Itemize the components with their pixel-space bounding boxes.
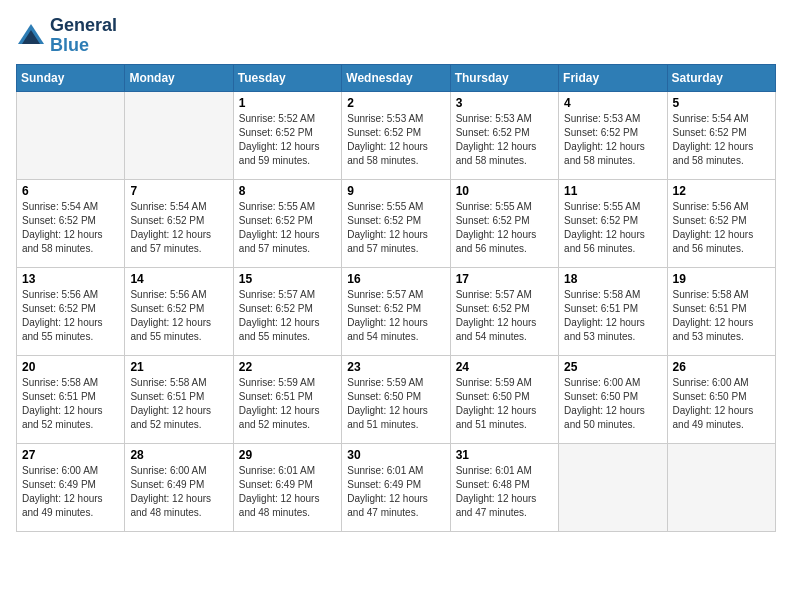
day-info: Sunrise: 5:55 AM Sunset: 6:52 PM Dayligh… <box>564 200 661 256</box>
week-row-4: 20Sunrise: 5:58 AM Sunset: 6:51 PM Dayli… <box>17 355 776 443</box>
day-number: 14 <box>130 272 227 286</box>
calendar-cell: 1Sunrise: 5:52 AM Sunset: 6:52 PM Daylig… <box>233 91 341 179</box>
calendar-cell: 24Sunrise: 5:59 AM Sunset: 6:50 PM Dayli… <box>450 355 558 443</box>
day-header-wednesday: Wednesday <box>342 64 450 91</box>
calendar: SundayMondayTuesdayWednesdayThursdayFrid… <box>16 64 776 532</box>
day-header-saturday: Saturday <box>667 64 775 91</box>
calendar-cell: 4Sunrise: 5:53 AM Sunset: 6:52 PM Daylig… <box>559 91 667 179</box>
day-number: 28 <box>130 448 227 462</box>
day-info: Sunrise: 5:56 AM Sunset: 6:52 PM Dayligh… <box>130 288 227 344</box>
day-header-thursday: Thursday <box>450 64 558 91</box>
calendar-cell <box>17 91 125 179</box>
day-info: Sunrise: 5:53 AM Sunset: 6:52 PM Dayligh… <box>564 112 661 168</box>
logo: General Blue <box>16 16 117 56</box>
day-number: 4 <box>564 96 661 110</box>
calendar-cell: 19Sunrise: 5:58 AM Sunset: 6:51 PM Dayli… <box>667 267 775 355</box>
day-info: Sunrise: 5:55 AM Sunset: 6:52 PM Dayligh… <box>239 200 336 256</box>
day-number: 10 <box>456 184 553 198</box>
week-row-5: 27Sunrise: 6:00 AM Sunset: 6:49 PM Dayli… <box>17 443 776 531</box>
day-number: 8 <box>239 184 336 198</box>
calendar-cell: 2Sunrise: 5:53 AM Sunset: 6:52 PM Daylig… <box>342 91 450 179</box>
calendar-cell: 25Sunrise: 6:00 AM Sunset: 6:50 PM Dayli… <box>559 355 667 443</box>
day-info: Sunrise: 6:01 AM Sunset: 6:48 PM Dayligh… <box>456 464 553 520</box>
day-number: 20 <box>22 360 119 374</box>
calendar-cell: 3Sunrise: 5:53 AM Sunset: 6:52 PM Daylig… <box>450 91 558 179</box>
day-info: Sunrise: 5:58 AM Sunset: 6:51 PM Dayligh… <box>130 376 227 432</box>
day-info: Sunrise: 5:57 AM Sunset: 6:52 PM Dayligh… <box>239 288 336 344</box>
day-info: Sunrise: 5:57 AM Sunset: 6:52 PM Dayligh… <box>347 288 444 344</box>
day-number: 18 <box>564 272 661 286</box>
day-info: Sunrise: 5:58 AM Sunset: 6:51 PM Dayligh… <box>22 376 119 432</box>
calendar-cell: 23Sunrise: 5:59 AM Sunset: 6:50 PM Dayli… <box>342 355 450 443</box>
calendar-cell <box>667 443 775 531</box>
calendar-cell: 20Sunrise: 5:58 AM Sunset: 6:51 PM Dayli… <box>17 355 125 443</box>
day-number: 21 <box>130 360 227 374</box>
day-info: Sunrise: 5:59 AM Sunset: 6:50 PM Dayligh… <box>456 376 553 432</box>
day-number: 16 <box>347 272 444 286</box>
day-number: 22 <box>239 360 336 374</box>
day-header-sunday: Sunday <box>17 64 125 91</box>
calendar-cell: 8Sunrise: 5:55 AM Sunset: 6:52 PM Daylig… <box>233 179 341 267</box>
day-number: 3 <box>456 96 553 110</box>
day-number: 25 <box>564 360 661 374</box>
calendar-cell: 15Sunrise: 5:57 AM Sunset: 6:52 PM Dayli… <box>233 267 341 355</box>
day-number: 15 <box>239 272 336 286</box>
week-row-1: 1Sunrise: 5:52 AM Sunset: 6:52 PM Daylig… <box>17 91 776 179</box>
calendar-cell: 18Sunrise: 5:58 AM Sunset: 6:51 PM Dayli… <box>559 267 667 355</box>
day-number: 23 <box>347 360 444 374</box>
day-number: 11 <box>564 184 661 198</box>
day-info: Sunrise: 5:54 AM Sunset: 6:52 PM Dayligh… <box>22 200 119 256</box>
day-info: Sunrise: 5:53 AM Sunset: 6:52 PM Dayligh… <box>347 112 444 168</box>
calendar-cell: 9Sunrise: 5:55 AM Sunset: 6:52 PM Daylig… <box>342 179 450 267</box>
day-info: Sunrise: 5:58 AM Sunset: 6:51 PM Dayligh… <box>564 288 661 344</box>
logo-text: General Blue <box>50 16 117 56</box>
day-number: 17 <box>456 272 553 286</box>
calendar-cell: 7Sunrise: 5:54 AM Sunset: 6:52 PM Daylig… <box>125 179 233 267</box>
day-info: Sunrise: 5:57 AM Sunset: 6:52 PM Dayligh… <box>456 288 553 344</box>
day-info: Sunrise: 5:54 AM Sunset: 6:52 PM Dayligh… <box>130 200 227 256</box>
day-info: Sunrise: 5:56 AM Sunset: 6:52 PM Dayligh… <box>22 288 119 344</box>
day-number: 1 <box>239 96 336 110</box>
day-number: 13 <box>22 272 119 286</box>
day-info: Sunrise: 5:59 AM Sunset: 6:50 PM Dayligh… <box>347 376 444 432</box>
calendar-cell: 26Sunrise: 6:00 AM Sunset: 6:50 PM Dayli… <box>667 355 775 443</box>
logo-icon <box>16 22 46 50</box>
calendar-cell: 6Sunrise: 5:54 AM Sunset: 6:52 PM Daylig… <box>17 179 125 267</box>
calendar-cell: 30Sunrise: 6:01 AM Sunset: 6:49 PM Dayli… <box>342 443 450 531</box>
calendar-cell: 29Sunrise: 6:01 AM Sunset: 6:49 PM Dayli… <box>233 443 341 531</box>
day-info: Sunrise: 5:55 AM Sunset: 6:52 PM Dayligh… <box>456 200 553 256</box>
calendar-cell: 17Sunrise: 5:57 AM Sunset: 6:52 PM Dayli… <box>450 267 558 355</box>
calendar-header-row: SundayMondayTuesdayWednesdayThursdayFrid… <box>17 64 776 91</box>
day-info: Sunrise: 6:01 AM Sunset: 6:49 PM Dayligh… <box>347 464 444 520</box>
calendar-cell <box>559 443 667 531</box>
day-number: 5 <box>673 96 770 110</box>
calendar-cell <box>125 91 233 179</box>
day-header-monday: Monday <box>125 64 233 91</box>
day-number: 27 <box>22 448 119 462</box>
day-info: Sunrise: 5:52 AM Sunset: 6:52 PM Dayligh… <box>239 112 336 168</box>
day-info: Sunrise: 6:01 AM Sunset: 6:49 PM Dayligh… <box>239 464 336 520</box>
day-info: Sunrise: 6:00 AM Sunset: 6:49 PM Dayligh… <box>130 464 227 520</box>
calendar-cell: 28Sunrise: 6:00 AM Sunset: 6:49 PM Dayli… <box>125 443 233 531</box>
page-header: General Blue <box>16 16 776 56</box>
day-number: 7 <box>130 184 227 198</box>
week-row-3: 13Sunrise: 5:56 AM Sunset: 6:52 PM Dayli… <box>17 267 776 355</box>
calendar-cell: 21Sunrise: 5:58 AM Sunset: 6:51 PM Dayli… <box>125 355 233 443</box>
day-number: 24 <box>456 360 553 374</box>
calendar-cell: 31Sunrise: 6:01 AM Sunset: 6:48 PM Dayli… <box>450 443 558 531</box>
day-number: 2 <box>347 96 444 110</box>
day-number: 26 <box>673 360 770 374</box>
calendar-cell: 12Sunrise: 5:56 AM Sunset: 6:52 PM Dayli… <box>667 179 775 267</box>
day-number: 9 <box>347 184 444 198</box>
calendar-cell: 10Sunrise: 5:55 AM Sunset: 6:52 PM Dayli… <box>450 179 558 267</box>
calendar-cell: 22Sunrise: 5:59 AM Sunset: 6:51 PM Dayli… <box>233 355 341 443</box>
day-info: Sunrise: 5:58 AM Sunset: 6:51 PM Dayligh… <box>673 288 770 344</box>
day-info: Sunrise: 6:00 AM Sunset: 6:50 PM Dayligh… <box>564 376 661 432</box>
day-number: 29 <box>239 448 336 462</box>
day-info: Sunrise: 5:55 AM Sunset: 6:52 PM Dayligh… <box>347 200 444 256</box>
day-info: Sunrise: 6:00 AM Sunset: 6:49 PM Dayligh… <box>22 464 119 520</box>
day-info: Sunrise: 5:53 AM Sunset: 6:52 PM Dayligh… <box>456 112 553 168</box>
day-number: 30 <box>347 448 444 462</box>
day-number: 6 <box>22 184 119 198</box>
day-number: 19 <box>673 272 770 286</box>
